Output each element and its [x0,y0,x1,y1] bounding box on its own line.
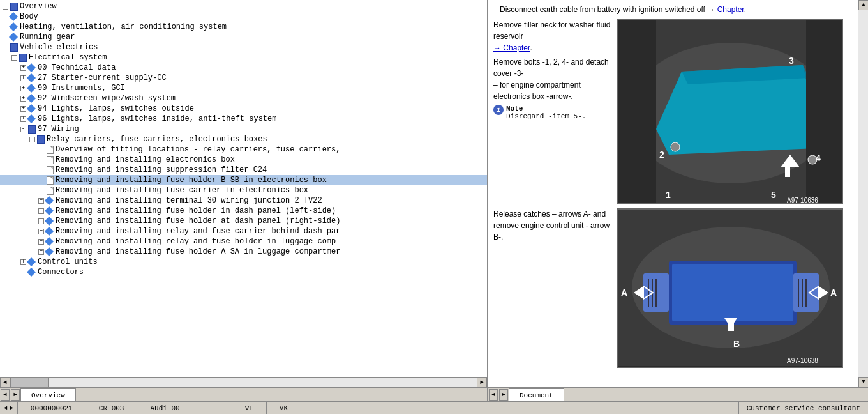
bottom-text-block: Release catches – arrows A- and remove e… [493,208,611,368]
doc-icon [45,165,54,174]
tree-item-body[interactable]: Body [0,12,487,22]
tree-item-tech[interactable]: + 00 Technical data [0,63,487,73]
scroll-up-btn[interactable]: ▲ [858,0,868,10]
diamond-icon [27,257,36,266]
expand-instruments[interactable]: + [20,86,26,91]
diamond-icon [10,33,19,42]
tree-item-rem-fuse-left[interactable]: + Removing and installing fuse holder in… [0,206,487,216]
expand-fuse-sa[interactable]: + [38,249,44,255]
tree-item-heating[interactable]: Heating, ventilation, air conditioning s… [0,22,487,32]
svg-text:3: 3 [789,56,794,66]
expand-lights-out[interactable]: + [20,106,26,112]
tab-document[interactable]: Document [509,388,564,401]
diamond-icon [10,22,19,31]
status-audi: Audi 00 [137,402,193,414]
svg-text:A: A [621,288,627,298]
scrollbar-thumb[interactable] [10,378,49,387]
svg-text:B: B [733,339,740,349]
scrollbar-track[interactable] [10,378,477,387]
tree-area: - Overview Body Heating, ventilation, ai… [0,0,487,377]
tree-item-lights-outside[interactable]: + 94 Lights, lamps, switches outside [0,103,487,114]
tree-item-rem-relay-dash[interactable]: + Removing and installing relay and fuse… [0,226,487,236]
book-icon [36,135,45,144]
right-tabs: ◄ ► Document [488,388,868,401]
instruction-bolts: Remove bolts -1, 2, 4- and detach cover … [493,56,611,102]
left-tab-nav-prev[interactable]: ◄ [1,389,10,401]
expand-control[interactable]: + [20,259,26,265]
tree-item-rem-terminal[interactable]: + Removing and installing terminal 30 wi… [0,195,487,206]
tree-item-rem-relay-luggage[interactable]: + Removing and installing relay and fuse… [0,236,487,247]
left-tabs: ◄ ► Overview [0,388,488,401]
tree-item-relay[interactable]: - Relay carriers, fuse carriers, electro… [0,134,487,144]
right-tab-nav-prev[interactable]: ◄ [489,389,498,401]
top-car-svg: 3 2 4 1 5 A97-10636 [618,20,843,204]
svg-text:4: 4 [816,153,821,163]
expand-relay-dash[interactable]: + [38,229,44,234]
chapter-link-intro[interactable]: Chapter [717,5,744,14]
svg-text:A: A [830,288,837,298]
scroll-right-btn[interactable]: ► [477,378,487,388]
expand-tech[interactable]: + [20,65,26,71]
expand-wiring[interactable]: - [20,126,26,132]
right-tab-nav-next[interactable]: ► [499,389,508,401]
tab-bar: ◄ ► Overview ◄ ► Document [0,388,868,401]
expand-relay-luggage[interactable]: + [38,239,44,245]
tree-item-running[interactable]: Running gear [0,32,487,42]
tree-item-connectors[interactable]: Connectors [0,267,487,277]
tree-item-overview[interactable]: - Overview [0,1,487,12]
tree-item-rem-fuse-right[interactable]: + Removing and installing fuse holder at… [0,216,487,226]
left-tab-nav-next[interactable]: ► [11,389,20,401]
expand-overview[interactable]: - [3,4,8,10]
expand-fuse-right[interactable]: + [38,218,44,224]
tree-item-wiring[interactable]: - 97 Wiring [0,124,487,134]
expand-fuse-left[interactable]: + [38,208,44,214]
status-arrow-right[interactable]: ► [10,405,13,411]
bottom-area: ◄ ► Overview ◄ ► Document ◄ ► 0000000021… [0,387,868,414]
tree-item-starter[interactable]: + 27 Starter-current supply-CC [0,73,487,83]
tree-item-instruments[interactable]: + 90 Instruments, GCI [0,83,487,93]
expand-starter[interactable]: + [20,75,26,81]
note-box: i Note Disregard -item 5-. [493,105,611,120]
diamond-icon [45,237,54,246]
expand-terminal[interactable]: + [38,198,44,204]
tree-item-rem-fuse-carrier[interactable]: Removing and installing fuse carrier in … [0,185,487,195]
tree-item-electrical[interactable]: - Electrical system [0,52,487,63]
tree-item-overview-fitting[interactable]: Overview of fitting locations - relay ca… [0,144,487,155]
diamond-icon [10,12,19,21]
tree-item-windscreen[interactable]: + 92 Windscreen wipe/wash system [0,93,487,103]
diamond-icon [27,114,36,123]
tab-overview[interactable]: Overview [20,388,76,401]
expand-lights-in[interactable]: + [20,116,26,122]
svg-rect-19 [672,264,793,321]
book-icon [10,43,19,52]
tree-item-rem-suppression[interactable]: Removing and installing suppression filt… [0,165,487,175]
tree-item-lights-inside[interactable]: + 96 Lights, lamps, switches inside, ant… [0,114,487,124]
doc-icon [45,176,54,185]
svg-rect-5 [806,20,843,204]
left-panel: - Overview Body Heating, ventilation, ai… [0,0,488,387]
tree-item-control[interactable]: + Control units [0,257,487,267]
scroll-down-btn[interactable]: ▼ [858,377,868,387]
chapter-link-filler[interactable]: → Chapter [493,43,530,52]
svg-rect-4 [618,20,656,204]
tree-item-rem-fuse-sa[interactable]: + Removing and installing fuse holder A … [0,247,487,257]
expand-electrical[interactable]: - [11,55,17,61]
diamond-icon [27,84,36,93]
status-bar: ◄ ► 0000000021 CR 003 Audi 00 VF VK Cust… [0,401,868,414]
right-scrollbar-track[interactable] [858,10,868,377]
scroll-left-btn[interactable]: ◄ [0,378,10,388]
diamond-icon [27,268,36,277]
tree-item-rem-fuse-sb[interactable]: Removing and installing fuse holder B SB… [0,175,487,185]
note-text: Disregard -item 5-. [506,112,586,120]
note-icon: i [493,105,504,115]
expand-windscreen[interactable]: + [20,96,26,102]
status-arrow-left[interactable]: ◄ [4,405,7,411]
status-blank [193,402,232,414]
book-icon [27,125,36,134]
svg-rect-9 [785,167,790,177]
expand-vehicle[interactable]: - [3,45,8,50]
tree-item-rem-electronics[interactable]: Removing and installing electronics box [0,155,487,165]
tree-item-vehicle-electrics[interactable]: - Vehicle electrics [0,42,487,52]
expand-relay[interactable]: - [29,137,35,142]
intro-line: – Disconnect earth cable from battery wi… [493,4,853,15]
